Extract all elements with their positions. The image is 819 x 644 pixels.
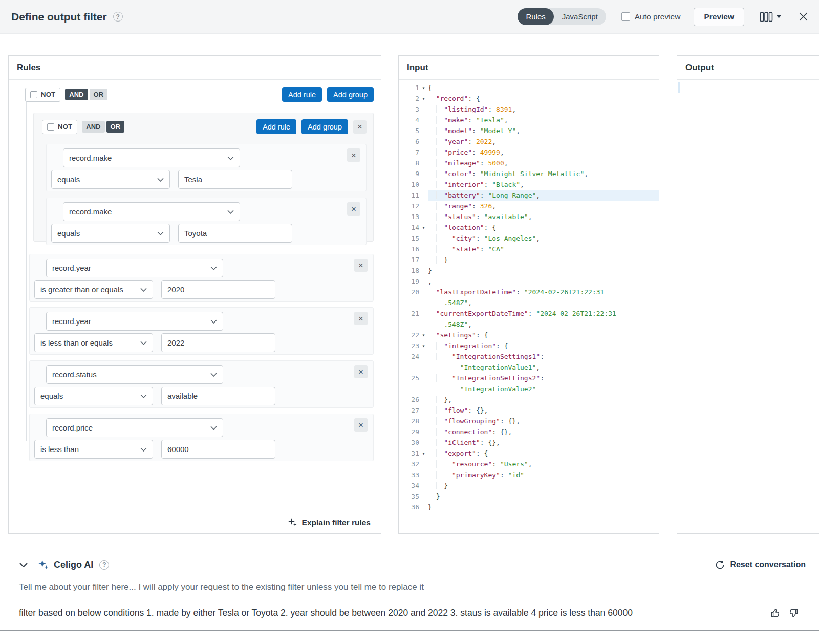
code-line: 34 } — [399, 480, 659, 491]
tab-rules[interactable]: Rules — [518, 8, 553, 25]
remove-rule-button[interactable] — [347, 202, 360, 216]
not-toggle[interactable]: NOT — [25, 88, 60, 102]
code-line: 15 "city": "Los Angeles", — [399, 233, 659, 244]
remove-rule-button[interactable] — [347, 148, 360, 162]
chevron-down-icon — [227, 210, 234, 214]
line-number: 8 — [399, 158, 419, 168]
nested-rule-group: NOT AND OR Add rule Add group record.mak… — [33, 113, 374, 242]
reset-icon — [715, 560, 725, 570]
explain-label: Explain filter rules — [302, 518, 371, 527]
chevron-down-icon — [210, 266, 217, 270]
line-number: 30 — [399, 437, 419, 448]
remove-rule-button[interactable] — [354, 259, 368, 272]
add-group-button[interactable]: Add group — [327, 87, 374, 102]
add-group-button[interactable]: Add group — [301, 119, 348, 134]
input-panel-title: Input — [399, 56, 659, 80]
code-line: 22 "settings": { — [399, 330, 659, 340]
or-option[interactable]: OR — [90, 89, 108, 100]
value-input[interactable]: Tesla — [178, 170, 292, 189]
remove-rule-button[interactable] — [354, 418, 368, 432]
remove-rule-button[interactable] — [354, 312, 368, 325]
fold-toggle-icon[interactable] — [419, 330, 428, 340]
fold-toggle-icon[interactable] — [419, 82, 428, 93]
code-line: 5 "model": "Model Y", — [399, 125, 659, 136]
fold-toggle-icon[interactable] — [419, 448, 428, 459]
top-rules: record.yearis greater than or equals2020… — [29, 254, 374, 467]
and-option[interactable]: AND — [82, 121, 104, 133]
operator-select[interactable]: equals — [51, 224, 170, 243]
operator-select[interactable]: equals — [51, 170, 170, 189]
auto-preview-checkbox[interactable] — [621, 12, 630, 21]
field-select[interactable]: record.year — [46, 259, 223, 277]
field-select[interactable]: record.year — [46, 312, 223, 331]
operator-select[interactable]: is less than or equals — [34, 333, 153, 352]
add-rule-button[interactable]: Add rule — [256, 119, 296, 134]
code-line: 23 "integration": { — [399, 340, 659, 351]
chevron-down-icon — [140, 288, 147, 292]
ai-input[interactable]: filter based on below conditions 1. made… — [19, 608, 764, 618]
nested-rules: record.makeequalsTeslarecord.makeequalsT… — [46, 138, 367, 245]
ai-help-icon[interactable] — [99, 560, 109, 570]
field-select[interactable]: record.status — [46, 365, 223, 384]
line-number: 26 — [399, 394, 419, 405]
code-line: 4 "make": "Tesla", — [399, 115, 659, 125]
code-line: 14 "location": { — [399, 222, 659, 233]
operator-select[interactable]: equals — [34, 387, 153, 405]
layout-caret-icon[interactable] — [776, 15, 782, 18]
or-option[interactable]: OR — [106, 121, 125, 133]
header-actions: Rules JavaScript Auto preview Preview — [518, 8, 808, 26]
layout-columns-control — [760, 12, 782, 22]
filter-rule: record.yearis less than or equals2022 — [29, 307, 374, 355]
reset-conversation-button[interactable]: Reset conversation — [715, 560, 806, 570]
chevron-down-icon — [210, 319, 217, 324]
preview-button[interactable]: Preview — [694, 8, 744, 26]
layout-columns-icon[interactable] — [760, 12, 773, 22]
field-select[interactable]: record.price — [46, 418, 223, 437]
remove-group-button[interactable] — [353, 120, 367, 134]
chevron-down-icon — [140, 341, 147, 345]
close-icon[interactable] — [799, 12, 808, 21]
line-number: 35 — [399, 491, 419, 502]
operator-select[interactable]: is less than — [34, 440, 153, 459]
thumbs-up-icon[interactable] — [770, 608, 781, 618]
nested-group-controls: NOT AND OR Add rule Add group — [42, 119, 367, 134]
rules-panel-title: Rules — [9, 56, 381, 80]
code-line: 8 "mileage": 5000, — [399, 158, 659, 168]
sparkle-icon — [288, 518, 297, 527]
value-input[interactable]: available — [161, 387, 275, 405]
value-input[interactable]: 60000 — [161, 440, 275, 459]
and-option[interactable]: AND — [65, 89, 88, 100]
field-select[interactable]: record.make — [63, 148, 240, 167]
explain-filter-rules-button[interactable]: Explain filter rules — [288, 518, 371, 527]
fold-toggle-icon[interactable] — [419, 93, 428, 104]
line-number: 36 — [399, 502, 419, 512]
not-label: NOT — [41, 91, 55, 98]
and-or-toggle: AND OR — [82, 121, 124, 133]
output-panel-title: Output — [677, 56, 819, 80]
value-input[interactable]: 2020 — [161, 280, 275, 299]
add-rule-button[interactable]: Add rule — [282, 87, 322, 102]
auto-preview-control: Auto preview — [621, 12, 681, 22]
ai-input-underline — [0, 630, 819, 631]
line-number: 24 — [399, 351, 419, 373]
line-number: 14 — [399, 222, 419, 233]
operator-select[interactable]: is greater than or equals — [34, 280, 153, 299]
remove-rule-button[interactable] — [354, 365, 368, 378]
code-line: 18} — [399, 265, 659, 276]
value-input[interactable]: Toyota — [178, 224, 292, 243]
value-input[interactable]: 2022 — [161, 333, 275, 352]
not-checkbox[interactable] — [47, 123, 54, 131]
ai-header: Celigo AI Reset conversation — [19, 554, 806, 575]
help-icon[interactable] — [113, 12, 123, 22]
not-toggle[interactable]: NOT — [42, 120, 77, 134]
field-select[interactable]: record.make — [63, 202, 240, 221]
fold-toggle-icon[interactable] — [419, 340, 428, 351]
fold-toggle-icon[interactable] — [419, 222, 428, 233]
code-editor[interactable]: 1{2 "record": {3 "listingId": 8391,4 "ma… — [399, 80, 659, 534]
line-number: 17 — [399, 254, 419, 265]
not-checkbox[interactable] — [30, 91, 37, 98]
collapse-chevron-icon[interactable] — [19, 563, 28, 567]
tab-javascript[interactable]: JavaScript — [554, 8, 606, 25]
line-number: 5 — [399, 125, 419, 136]
thumbs-down-icon[interactable] — [788, 608, 799, 618]
